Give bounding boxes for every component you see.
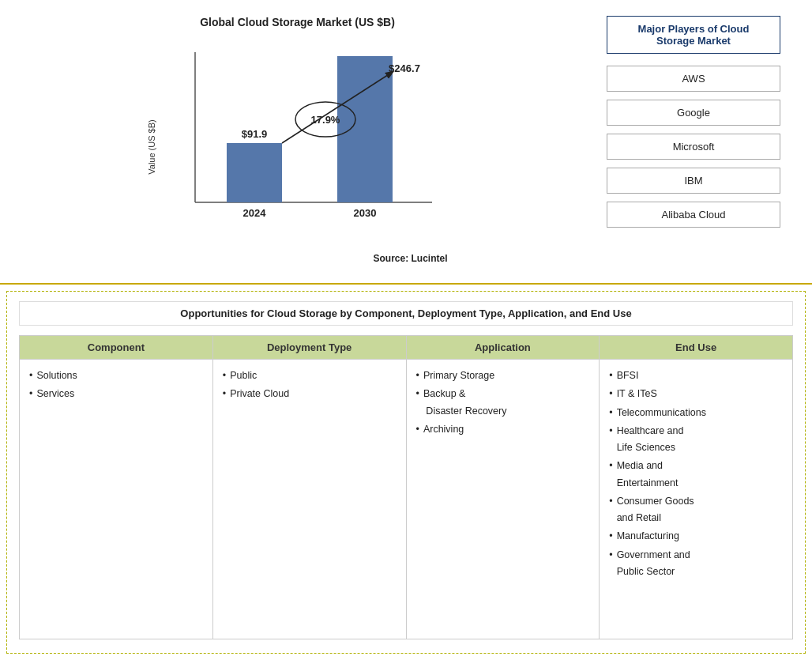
bullet-icon: • [29, 368, 32, 384]
list-item: •Services [29, 386, 203, 402]
player-google: Google [607, 100, 780, 126]
bullet-icon: • [609, 386, 612, 402]
svg-text:17.9%: 17.9% [310, 114, 340, 126]
list-item: •Healthcare andLife Sciences [609, 423, 783, 457]
bullet-icon: • [609, 423, 612, 439]
column-enduse: End Use •BFSI •IT & ITeS •Telecommunicat… [600, 335, 793, 639]
bullet-icon: • [416, 368, 419, 384]
svg-text:$91.9: $91.9 [241, 128, 267, 140]
svg-text:2030: 2030 [353, 207, 376, 219]
list-item: •Government andPublic Sector [609, 547, 783, 581]
column-content-deployment: •Public •Private Cloud [213, 360, 406, 413]
column-application: Application •Primary Storage •Backup & D… [407, 335, 600, 639]
column-content-component: •Solutions •Services [20, 360, 212, 413]
bullet-icon: • [609, 493, 612, 510]
column-header-deployment: Deployment Type [213, 336, 406, 360]
bullet-icon: • [416, 386, 419, 402]
list-item: •Consumer Goodsand Retail [609, 493, 783, 527]
bullet-icon: • [609, 405, 612, 421]
bullet-icon: • [416, 421, 419, 438]
player-ibm: IBM [607, 168, 780, 194]
bullet-icon: • [609, 528, 612, 545]
chart-title: Global Cloud Storage Market (US $B) [200, 16, 395, 28]
list-item: •BFSI [609, 368, 783, 384]
chart-y-label: Value (US $B) [146, 119, 156, 175]
list-item: •Public [223, 368, 397, 384]
bar-2030 [337, 56, 393, 202]
player-microsoft: Microsoft [607, 134, 780, 160]
list-item: •Telecommunications [609, 405, 783, 421]
source-label: Source: Lucintel [148, 253, 448, 264]
columns-container: Component •Solutions •Services Deploymen… [19, 335, 793, 639]
bullet-icon: • [29, 386, 32, 402]
opportunities-title: Opportunities for Cloud Storage by Compo… [19, 301, 793, 326]
list-item: •Manufacturing [609, 528, 783, 545]
bullet-icon: • [609, 547, 612, 564]
player-alibaba: Alibaba Cloud [607, 202, 780, 228]
column-deployment: Deployment Type •Public •Private Cloud [213, 335, 407, 639]
list-item: •Archiving [416, 421, 590, 438]
column-content-application: •Primary Storage •Backup & Disaster Reco… [407, 360, 600, 447]
column-content-enduse: •BFSI •IT & ITeS •Telecommunications •He… [600, 360, 792, 590]
chart-svg: $91.9 2024 $246.7 2030 17.9% [148, 44, 448, 250]
list-item: •IT & ITeS [609, 386, 783, 402]
svg-text:2024: 2024 [242, 207, 266, 219]
list-item: •Solutions [29, 368, 203, 384]
players-panel: Major Players of Cloud Storage Market AW… [587, 8, 800, 275]
bar-2024 [227, 143, 282, 202]
column-header-enduse: End Use [600, 336, 792, 360]
chart-wrapper: Value (US $B) $91.9 2024 $246.7 [148, 44, 448, 250]
bullet-icon: • [609, 368, 612, 384]
main-container: Global Cloud Storage Market (US $B) Valu… [0, 0, 812, 660]
bottom-section: Opportunities for Cloud Storage by Compo… [6, 291, 806, 654]
list-item: •Media andEntertainment [609, 458, 783, 492]
column-component: Component •Solutions •Services [19, 335, 213, 639]
chart-area: Global Cloud Storage Market (US $B) Valu… [8, 8, 587, 275]
players-title: Major Players of Cloud Storage Market [607, 16, 780, 54]
list-item: •Primary Storage [416, 368, 590, 384]
column-header-application: Application [407, 336, 600, 360]
bullet-icon: • [223, 368, 226, 384]
list-item: •Private Cloud [223, 386, 397, 402]
bullet-icon: • [223, 386, 226, 402]
column-header-component: Component [20, 336, 212, 360]
top-section: Global Cloud Storage Market (US $B) Valu… [0, 0, 812, 285]
player-aws: AWS [607, 66, 780, 92]
bullet-icon: • [609, 458, 612, 474]
svg-text:$246.7: $246.7 [389, 62, 420, 74]
list-item: •Backup & Disaster Recovery [416, 386, 590, 420]
